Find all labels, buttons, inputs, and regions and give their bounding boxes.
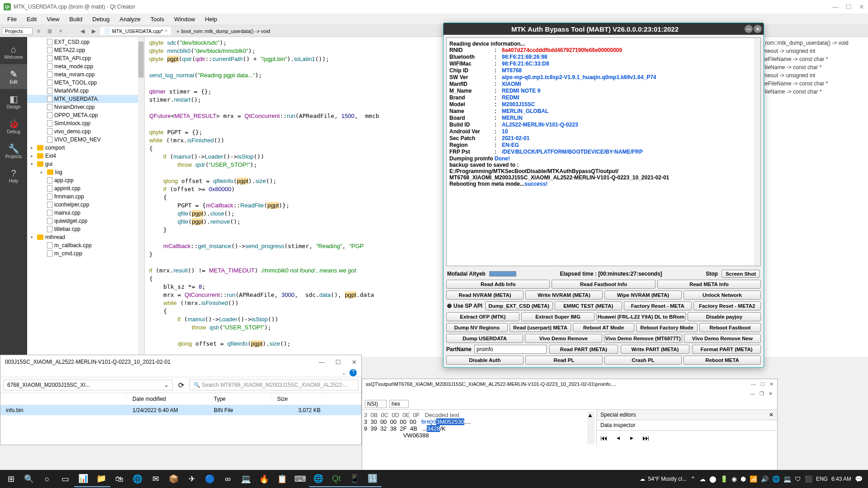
menu-tools[interactable]: Tools <box>146 14 169 24</box>
close-panel-icon[interactable]: ✕ <box>769 412 774 418</box>
disable-auth-button[interactable]: Disable Auth <box>446 356 524 365</box>
hex-min-icon[interactable]: — <box>751 381 756 387</box>
menu-analyze[interactable]: Analyze <box>115 14 145 24</box>
mode-help[interactable]: ?Help <box>0 164 27 188</box>
mabt-minimize-icon[interactable]: — <box>745 25 753 33</box>
tray-overflow-icon[interactable]: ⌃ <box>690 475 696 483</box>
tb-hex[interactable]: 🔢 <box>363 471 382 487</box>
vivo-demo-button[interactable]: Vivo Demo Remove <box>525 334 602 343</box>
hex-view[interactable]: 3 0B 0C 0D 0E 0F Decoded text 3 30 00 00… <box>362 410 596 446</box>
stop-button[interactable]: Stop <box>706 271 718 277</box>
tb-explorer[interactable]: 📁 <box>92 471 110 487</box>
factory-reset2-button[interactable]: Factory Reset - META2 <box>693 301 761 310</box>
factory-reset-button[interactable]: Factory Reset - META <box>624 301 692 310</box>
symbol-item[interactable]: ourceFileName -> const char * <box>753 55 866 63</box>
file-tree-item[interactable]: MTK_USERDATA. <box>27 95 144 103</box>
search-icon[interactable]: 🔍 <box>20 471 38 487</box>
read-part-button[interactable]: Read PART (META) <box>549 345 618 354</box>
address-bar[interactable]: 6768_XIAOMI_M2003J15SC_XI...⌄ <box>3 380 173 390</box>
hex-restore-icon[interactable]: ❐ <box>760 391 764 397</box>
qt-titlebar[interactable]: Qt MTK_USERDATA.cpp (brom @ mabt) - Qt C… <box>0 0 868 14</box>
mode-edit[interactable]: ✎Edit <box>0 64 27 89</box>
maximize-icon[interactable]: ☐ <box>846 3 852 10</box>
huawei-brom-button[interactable]: Huawei (FRL-L22 Y9A) DL to BRom <box>596 312 686 321</box>
tb-telegram[interactable]: ✈ <box>183 471 201 487</box>
editor-tab-1[interactable]: 📄MTK_USERDATA.cpp*× <box>100 27 171 35</box>
tray-app2-icon[interactable]: ◉ <box>731 475 737 483</box>
file-tree-item[interactable]: appinit.cpp <box>27 184 144 192</box>
symbol-item[interactable]: ourceFileName -> const char * <box>753 80 866 88</box>
tb-edge[interactable]: 🌐 <box>128 471 146 487</box>
menu-debug[interactable]: Debug <box>88 14 114 24</box>
file-tree-item[interactable]: meta_mode.cpp <box>27 62 144 70</box>
format-select[interactable]: hex <box>389 400 409 408</box>
menu-window[interactable]: Window <box>170 14 199 24</box>
symbol-item[interactable]: estFileName -> const char * <box>753 88 866 96</box>
tray-app3-icon[interactable]: ⬢ <box>741 475 746 483</box>
file-tree-item[interactable]: SimUnlock.cpp <box>27 119 144 127</box>
menu-help[interactable]: Help <box>200 14 222 24</box>
projects-dropdown[interactable]: Projects <box>2 28 33 35</box>
read-meta-button[interactable]: Read META Info <box>657 280 761 289</box>
format-part-button[interactable]: Format PART (META) <box>692 345 761 354</box>
tb-qtcreator[interactable]: Qt <box>327 471 345 487</box>
split-icon[interactable]: ⊞ <box>45 28 55 34</box>
file-tree-item[interactable]: quiwidget.cpp <box>27 217 144 225</box>
log-scrollbar[interactable] <box>754 38 760 266</box>
nav-back-icon[interactable]: ◀ <box>78 28 87 34</box>
symbol-item[interactable]: bot_rom::mtk_dump_userdata() -> void <box>753 39 866 47</box>
tb-mail[interactable]: ✉ <box>146 471 165 487</box>
file-tree-item[interactable]: META22.cpp <box>27 46 144 54</box>
unlock-network-button[interactable]: Unlock Network <box>684 291 761 300</box>
crash-pl-button[interactable]: Crash PL <box>604 356 682 365</box>
hex-min2-icon[interactable]: — <box>750 391 755 396</box>
exp-maximize-icon[interactable]: ☐ <box>335 359 341 366</box>
playback-controls[interactable]: ⏮ ◀ ▶ ⏭ <box>597 431 777 446</box>
read-userpart-button[interactable]: Read (userpart) META <box>509 323 571 332</box>
dump-extcsd-button[interactable]: Dump_EXT_CSD (META) <box>485 301 553 310</box>
file-tree-item[interactable]: m_cmd.cpp <box>27 249 144 258</box>
tb-app-2[interactable]: 📦 <box>165 471 183 487</box>
file-tree-item[interactable]: iconhelper.cpp <box>27 201 144 209</box>
file-tree-item[interactable]: MetaNVM.cpp <box>27 87 144 95</box>
symbol-item[interactable]: estFileName -> const char * <box>753 63 866 71</box>
tray-app4-icon[interactable]: 🌐 <box>772 475 780 483</box>
mode-projects[interactable]: 🔧Projects <box>0 139 27 164</box>
file-tree-item[interactable]: META_API.cpp <box>27 54 144 62</box>
file-tree-item[interactable]: ▸Ext4 <box>27 152 144 160</box>
symbol-item[interactable]: s_timeout -> unsigned int <box>753 71 866 80</box>
encoding-select[interactable]: NSI) <box>365 400 387 408</box>
tray-app6-icon[interactable]: 🛡 <box>795 475 801 483</box>
chevron-down-icon[interactable]: ⌄ <box>342 370 346 376</box>
file-tree-item[interactable]: ▸comport <box>27 144 144 152</box>
column-headers[interactable]: Date modified Type Size <box>0 393 361 405</box>
tray-volume-icon[interactable]: 🔊 <box>761 475 769 483</box>
taskview-icon[interactable]: ▭ <box>56 471 74 487</box>
file-tree-item[interactable]: frmmain.cpp <box>27 192 144 201</box>
cortana-icon[interactable]: ○ <box>38 471 56 487</box>
wipe-nvram-button[interactable]: Wipe NVRAM (META) <box>604 291 682 300</box>
menu-file[interactable]: File <box>3 14 21 24</box>
hex-close-icon[interactable]: ✕ <box>769 381 774 387</box>
tb-chrome[interactable]: 🌐 <box>309 471 327 487</box>
screenshot-button[interactable]: Screen Shot <box>722 270 760 278</box>
mabt-titlebar[interactable]: MTK Auth Bypass Tool (MABT) V26.0.0.0:23… <box>443 23 764 35</box>
emmc-test-button[interactable]: EMMC TEST (META) <box>555 301 623 310</box>
file-tree-item[interactable]: META_TOOL.cpp <box>27 79 144 87</box>
reboot-meta-button[interactable]: Reboot META <box>684 356 761 365</box>
hex-scrollbar[interactable]: ▲ <box>587 412 594 444</box>
write-nvram-button[interactable]: Write NVRAM (META) <box>525 291 603 300</box>
vivo-demo-new-button[interactable]: Vivo Demo Remove New <box>684 334 761 343</box>
symbol-item[interactable]: s_timeout -> unsigned int <box>753 47 866 55</box>
read-fastboot-button[interactable]: Read Fastboot Info <box>552 280 655 289</box>
reboot-factory-button[interactable]: Reboot Factory Mode <box>636 323 698 332</box>
help-icon[interactable]: ? <box>349 369 357 376</box>
file-tree-item[interactable]: OPPO_META.cpp <box>27 111 144 119</box>
mode-welcome[interactable]: ⌂Welcome <box>0 40 27 64</box>
extract-ofp-button[interactable]: Extract OFP (MTK) <box>446 312 519 321</box>
weather-widget[interactable]: ☁54°F Mostly cl... <box>640 476 686 482</box>
hex-max-icon[interactable]: ☐ <box>760 381 765 387</box>
hex-titlebar[interactable]: ssQT\output\MT6768_XIAOMI_M2003J15SC_XIA… <box>362 379 777 389</box>
tb-mabt[interactable]: 📱 <box>345 471 363 487</box>
menu-edit[interactable]: Edit <box>22 14 41 24</box>
